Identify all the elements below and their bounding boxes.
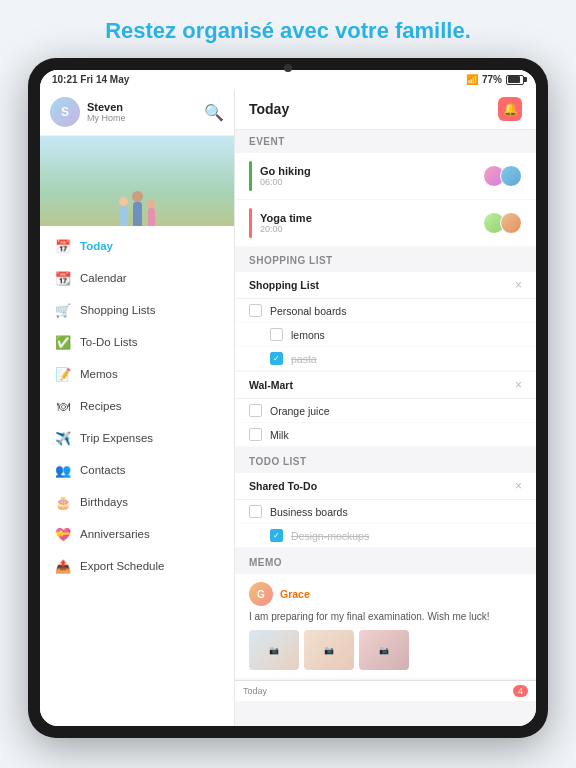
trips-icon: ✈️ (54, 429, 72, 447)
sidebar-label-recipes: Recipes (80, 400, 122, 412)
memos-icon: 📝 (54, 365, 72, 383)
todo-icon: ✅ (54, 333, 72, 351)
sidebar-label-memos: Memos (80, 368, 118, 380)
list-group-name: Shopping List (249, 279, 319, 291)
notification-icon[interactable]: 🔔 (498, 97, 522, 121)
shopping-group-1: Shopping List × Personal boards lemons (235, 272, 536, 371)
close-button[interactable]: × (515, 479, 522, 493)
sidebar-item-todo[interactable]: ✅ To-Do Lists (40, 326, 234, 358)
item-label: Orange juice (270, 405, 330, 417)
tablet-device: 10:21 Fri 14 May 📶 77% S Steven (28, 58, 548, 738)
user-home: My Home (87, 113, 126, 123)
main-header: Today 🔔 (235, 89, 536, 130)
close-button[interactable]: × (515, 378, 522, 392)
avatar (500, 165, 522, 187)
memo-avatar: G (249, 582, 273, 606)
list-group-name: Shared To-Do (249, 480, 317, 492)
shopping-group-2: Wal-Mart × Orange juice Milk (235, 372, 536, 447)
status-indicators: 📶 77% (466, 74, 524, 85)
list-item[interactable]: ✓ Design-mockups (235, 524, 536, 548)
avatar (500, 212, 522, 234)
user-name: Steven (87, 101, 126, 113)
avatar: S (50, 97, 80, 127)
event-avatars (483, 212, 522, 234)
list-item[interactable]: Milk (235, 423, 536, 447)
search-button[interactable]: 🔍 (204, 103, 224, 122)
sidebar-label-trips: Trip Expenses (80, 432, 153, 444)
birthdays-icon: 🎂 (54, 493, 72, 511)
sidebar-label-export: Export Schedule (80, 560, 164, 572)
checkbox[interactable] (249, 304, 262, 317)
checkbox[interactable] (249, 404, 262, 417)
item-label: lemons (291, 329, 325, 341)
shopping-icon: 🛒 (54, 301, 72, 319)
shopping-section-header: SHOPPING LIST (235, 249, 536, 272)
sidebar-label-contacts: Contacts (80, 464, 125, 476)
main-title: Today (249, 101, 289, 117)
sidebar-item-recipes[interactable]: 🍽 Recipes (40, 390, 234, 422)
memo-header: G Grace (249, 582, 522, 606)
tablet-screen: 10:21 Fri 14 May 📶 77% S Steven (40, 70, 536, 726)
sidebar-hero-image (40, 136, 234, 226)
table-row[interactable]: Go hiking 06:00 (235, 153, 536, 200)
memo-author: Grace (280, 588, 310, 600)
sidebar-label-calendar: Calendar (80, 272, 127, 284)
bottom-tab-label: Today (243, 686, 267, 696)
item-label: pasta (291, 353, 317, 365)
list-item[interactable]: ✓ pasta (235, 347, 536, 371)
shopping-section: SHOPPING LIST Shopping List × Personal b… (235, 249, 536, 448)
sidebar-item-contacts[interactable]: 👥 Contacts (40, 454, 234, 486)
sidebar-item-trips[interactable]: ✈️ Trip Expenses (40, 422, 234, 454)
item-label: Milk (270, 429, 289, 441)
memo-thumbnail: 📷 (359, 630, 409, 670)
checkbox-checked[interactable]: ✓ (270, 352, 283, 365)
event-name: Go hiking (260, 165, 475, 177)
list-item[interactable]: lemons (235, 323, 536, 347)
event-time: 06:00 (260, 177, 475, 187)
sidebar-item-shopping[interactable]: 🛒 Shopping Lists (40, 294, 234, 326)
events-section-header: EVENT (235, 130, 536, 153)
battery-icon (506, 75, 524, 85)
list-item[interactable]: Personal boards (235, 299, 536, 323)
tablet-camera (284, 64, 292, 72)
export-icon: 📤 (54, 557, 72, 575)
sidebar-label-birthdays: Birthdays (80, 496, 128, 508)
page-headline: Restez organisé avec votre famille. (85, 0, 491, 58)
event-name: Yoga time (260, 212, 475, 224)
events-section-body: Go hiking 06:00 Yoga time (235, 153, 536, 247)
status-bar: 10:21 Fri 14 May 📶 77% (40, 70, 536, 89)
checkbox[interactable] (270, 328, 283, 341)
sidebar-item-birthdays[interactable]: 🎂 Birthdays (40, 486, 234, 518)
list-item[interactable]: Orange juice (235, 399, 536, 423)
table-row[interactable]: Yoga time 20:00 (235, 200, 536, 247)
list-group-header: Shared To-Do × (235, 473, 536, 500)
sidebar-item-memos[interactable]: 📝 Memos (40, 358, 234, 390)
sidebar-item-anniversaries[interactable]: 💝 Anniversaries (40, 518, 234, 550)
sidebar-item-today[interactable]: 📅 Today (40, 230, 234, 262)
sidebar-header: S Steven My Home 🔍 (40, 89, 234, 136)
todo-group-1: Shared To-Do × Business boards ✓ Design-… (235, 473, 536, 548)
checkbox[interactable] (249, 505, 262, 518)
user-profile[interactable]: S Steven My Home (50, 97, 126, 127)
list-item[interactable]: Business boards (235, 500, 536, 524)
sidebar-label-today: Today (80, 240, 113, 252)
event-color-bar (249, 161, 252, 191)
main-content: Today 🔔 EVENT Go hiking 06:00 (235, 89, 536, 726)
checkbox[interactable] (249, 428, 262, 441)
close-button[interactable]: × (515, 278, 522, 292)
memo-text: I am preparing for my final examination.… (249, 610, 522, 624)
memo-section-header: MEMO (235, 551, 536, 574)
sidebar-label-shopping: Shopping Lists (80, 304, 155, 316)
sidebar-item-calendar[interactable]: 📆 Calendar (40, 262, 234, 294)
sidebar-label-anniversaries: Anniversaries (80, 528, 150, 540)
sidebar-label-todo: To-Do Lists (80, 336, 138, 348)
sidebar-nav: 📅 Today 📆 Calendar 🛒 Shopping Lists ✅ To… (40, 226, 234, 726)
calendar-icon: 📆 (54, 269, 72, 287)
item-label: Design-mockups (291, 530, 369, 542)
today-icon: 📅 (54, 237, 72, 255)
checkbox-checked[interactable]: ✓ (270, 529, 283, 542)
memo-item[interactable]: G Grace I am preparing for my final exam… (235, 574, 536, 678)
sidebar-item-export[interactable]: 📤 Export Schedule (40, 550, 234, 582)
memo-thumbnail: 📷 (249, 630, 299, 670)
list-group-header: Shopping List × (235, 272, 536, 299)
